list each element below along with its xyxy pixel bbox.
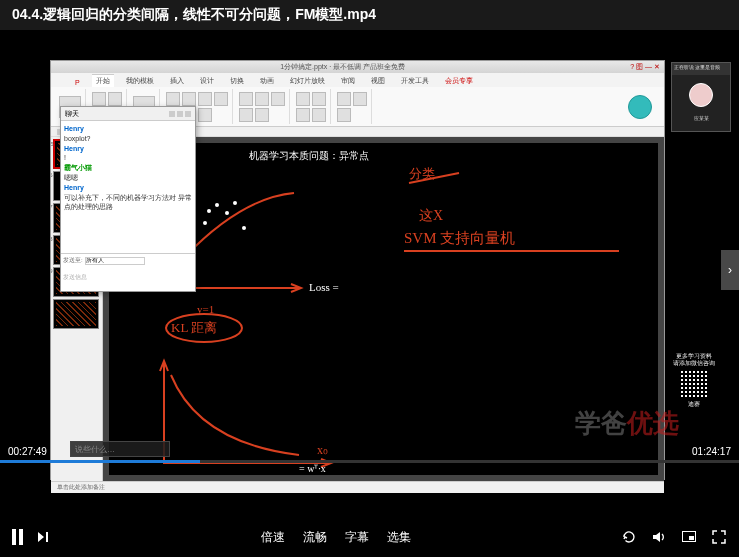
svg-rect-8 — [689, 536, 694, 540]
danmu-input[interactable]: 说些什么… — [70, 441, 170, 457]
episodes-button[interactable]: 选集 — [387, 529, 411, 546]
chat-title: 聊天 — [65, 109, 79, 119]
font-btn-7[interactable] — [198, 108, 212, 122]
svg-point-0 — [207, 209, 211, 213]
chat-msg: 嗯嗯 — [64, 173, 192, 183]
para-btn-2[interactable] — [255, 92, 269, 106]
pp-tab-vip[interactable]: 会员专享 — [441, 75, 477, 87]
para-btn-4[interactable] — [239, 108, 253, 122]
pp-tab-template[interactable]: 我的模板 — [122, 75, 158, 87]
svg-point-4 — [242, 226, 246, 230]
pause-button[interactable] — [12, 529, 23, 545]
cut-button[interactable] — [92, 92, 106, 106]
total-time: 01:24:17 — [692, 446, 731, 457]
pp-tab-transition[interactable]: 切换 — [226, 75, 248, 87]
chat-input-area: 发送至: 发送信息 — [61, 253, 195, 291]
chat-pop-icon[interactable] — [177, 111, 183, 117]
pp-logo: P — [71, 78, 84, 87]
chat-panel: 聊天 Henry boxplot? Henry ! 霸气小猫 嗯嗯 Henry … — [60, 106, 196, 292]
hand-wx: = wᵀ·x — [299, 463, 326, 474]
pp-tab-show[interactable]: 幻灯片放映 — [286, 75, 329, 87]
webcam-status: 正在听说 这里是音频 — [672, 63, 730, 75]
webcam-avatar — [689, 83, 713, 107]
loop-button[interactable] — [621, 529, 637, 545]
progress-bar[interactable] — [0, 460, 739, 463]
webcam-panel[interactable]: 正在听说 这里是音频 应某某 — [671, 62, 731, 132]
chat-msg: ! — [64, 153, 192, 163]
svg-point-2 — [225, 211, 229, 215]
qr-line1: 更多学习资料 — [667, 353, 721, 360]
replace-button[interactable] — [353, 92, 367, 106]
para-btn-5[interactable] — [255, 108, 269, 122]
svg-point-5 — [203, 221, 207, 225]
chat-msg: 可以补充下，不同的机器学习方法对 异常点的处理的思路 — [64, 193, 192, 213]
find-button[interactable] — [337, 92, 351, 106]
pp-ribbon-tabs: P 开始 我的模板 插入 设计 切换 动画 幻灯片放映 审阅 视图 开发工具 会… — [51, 73, 664, 87]
video-screen-area: 1分钟搞定.pptx · 最不低调 产品班全免费 ? 图 — ✕ P 开始 我的… — [0, 30, 739, 505]
chat-user: Henry — [64, 124, 192, 134]
pip-button[interactable] — [681, 529, 697, 545]
font-btn-3[interactable] — [198, 92, 212, 106]
pp-status-bar: 单击此处添加备注 — [51, 481, 664, 493]
slide-thumbnail[interactable]: 5 — [53, 299, 99, 329]
chat-placeholder[interactable]: 发送信息 — [63, 273, 193, 282]
chevron-right-icon: › — [728, 263, 732, 277]
hand-svm: SVM 支持向量机 — [404, 229, 515, 248]
hand-loss: Loss = — [309, 281, 339, 293]
chat-messages[interactable]: Henry boxplot? Henry ! 霸气小猫 嗯嗯 Henry 可以补… — [61, 121, 195, 253]
chat-header[interactable]: 聊天 — [61, 107, 195, 121]
pp-tab-insert[interactable]: 插入 — [166, 75, 188, 87]
font-btn-4[interactable] — [214, 92, 228, 106]
pp-tab-review[interactable]: 审阅 — [337, 75, 359, 87]
chat-min-icon[interactable] — [169, 111, 175, 117]
next-arrow-button[interactable]: › — [721, 250, 739, 290]
font-btn-1[interactable] — [166, 92, 180, 106]
hand-zhex: 这X — [419, 207, 443, 225]
pp-tab-design[interactable]: 设计 — [196, 75, 218, 87]
ai-assist-icon[interactable] — [628, 95, 652, 119]
svg-point-1 — [215, 203, 219, 207]
send-to-label: 发送至: — [63, 257, 83, 263]
hand-kl: KL 距离 — [171, 319, 217, 337]
pp-tab-home[interactable]: 开始 — [92, 74, 114, 87]
send-to-select[interactable] — [85, 257, 145, 265]
hand-y1: y=1 — [197, 303, 214, 315]
speed-button[interactable]: 倍速 — [261, 529, 285, 546]
chat-user: Henry — [64, 144, 192, 154]
current-time: 00:27:49 — [8, 446, 47, 457]
chat-user: 霸气小猫 — [64, 163, 192, 173]
chat-user: Henry — [64, 183, 192, 193]
pp-window-controls[interactable]: ? 图 — ✕ — [630, 62, 660, 72]
chat-msg: boxplot? — [64, 134, 192, 144]
pp-tab-view[interactable]: 视图 — [367, 75, 389, 87]
video-title-bar: 04.4.逻辑回归的分类间隔，线性不可分问题，FM模型.mp4 — [0, 0, 739, 30]
shape-btn-2[interactable] — [312, 92, 326, 106]
pp-tab-dev[interactable]: 开发工具 — [397, 75, 433, 87]
shape-btn-3[interactable] — [296, 108, 310, 122]
quality-button[interactable]: 流畅 — [303, 529, 327, 546]
select-button[interactable] — [337, 108, 351, 122]
subtitle-button[interactable]: 字幕 — [345, 529, 369, 546]
webcam-name: 应某某 — [672, 115, 730, 121]
player-controls: 倍速 流畅 字幕 选集 — [0, 517, 739, 557]
watermark: 学爸优选 — [575, 406, 679, 441]
font-btn-2[interactable] — [182, 92, 196, 106]
pp-tab-anim[interactable]: 动画 — [256, 75, 278, 87]
shape-btn-1[interactable] — [296, 92, 310, 106]
fullscreen-button[interactable] — [711, 529, 727, 545]
hand-fenlei: 分类 — [409, 165, 435, 183]
para-btn-1[interactable] — [239, 92, 253, 106]
pp-titlebar: 1分钟搞定.pptx · 最不低调 产品班全免费 ? 图 — ✕ — [51, 61, 664, 73]
pp-doc-title: 1分钟搞定.pptx · 最不低调 产品班全免费 — [55, 62, 630, 72]
para-btn-3[interactable] — [271, 92, 285, 106]
qr-line2: 请添加微信咨询 — [667, 360, 721, 367]
shape-btn-4[interactable] — [312, 108, 326, 122]
progress-fill — [0, 460, 200, 463]
hand-x0: x₀ — [317, 443, 328, 458]
qr-code-icon — [679, 369, 709, 399]
svg-point-3 — [233, 201, 237, 205]
copy-button[interactable] — [108, 92, 122, 106]
close-icon[interactable] — [185, 111, 191, 117]
volume-button[interactable] — [651, 529, 667, 545]
next-track-button[interactable] — [35, 529, 51, 545]
